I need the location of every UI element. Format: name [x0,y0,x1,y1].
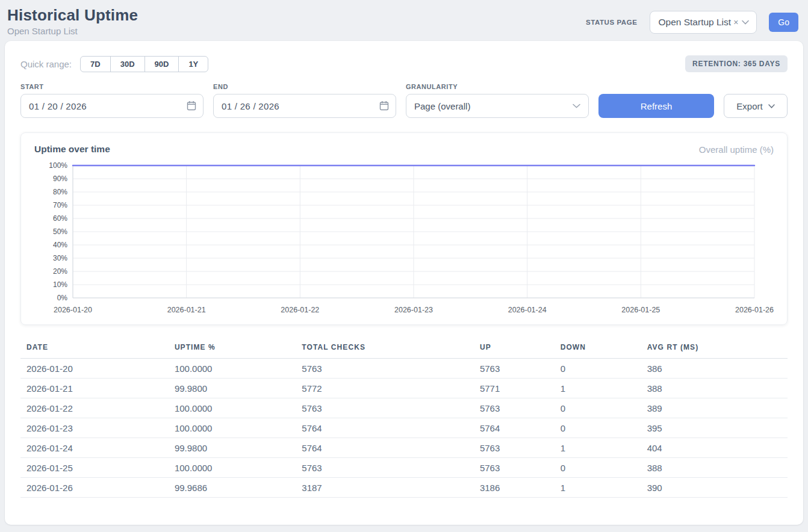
table-body: 2026-01-20100.00005763576303862026-01-21… [20,359,788,498]
uptime-table: DATEUPTIME %TOTAL CHECKSUPDOWNAVG RT (MS… [20,339,788,498]
status-page-select[interactable]: Open Startup List × [650,11,757,34]
table-cell: 100.0000 [169,398,296,418]
svg-text:80%: 80% [53,188,67,196]
filters-fields-row: START END GRANULARITY Page (overall) Ref… [20,83,788,118]
quick-range-group: 7D30D90D1Y [80,56,208,72]
end-date-label: END [213,83,396,90]
granularity-select[interactable]: Page (overall) [406,94,589,118]
clear-selection-icon[interactable]: × [733,17,738,27]
chevron-down-icon [768,104,775,108]
table-cell: 100.0000 [169,418,296,438]
svg-text:100%: 100% [49,161,67,170]
table-cell: 5763 [474,458,555,478]
table-cell: 390 [641,478,788,498]
table-cell: 5763 [296,458,474,478]
column-header: DOWN [555,339,641,359]
svg-text:2026-01-26: 2026-01-26 [735,306,774,314]
table-cell: 0 [555,458,641,478]
start-date-input[interactable] [20,94,204,118]
end-date-input[interactable] [213,94,396,118]
table-cell: 5764 [474,418,555,438]
granularity-selected-value: Page (overall) [414,101,470,111]
table-cell: 404 [641,438,788,458]
table-cell: 100.0000 [169,458,296,478]
export-button-label: Export [736,101,762,111]
svg-text:20%: 20% [53,267,67,276]
chart-header: Uptime over time Overall uptime (%) [34,144,774,155]
table-cell: 5764 [296,438,474,458]
status-page-label: STATUS PAGE [586,19,638,26]
table-row: 2026-01-2199.9800577257711388 [20,379,788,398]
chart-title: Uptime over time [34,144,110,155]
quick-range-button-30d[interactable]: 30D [110,56,145,72]
export-button[interactable]: Export [724,94,788,118]
column-header: AVG RT (MS) [641,339,788,359]
svg-text:2026-01-25: 2026-01-25 [621,306,660,314]
svg-text:90%: 90% [53,175,67,183]
page-heading: Historical Uptime Open Startup List [7,6,138,36]
start-date-field: START [20,83,204,118]
table-cell: 3186 [474,478,555,498]
table-cell: 388 [641,458,788,478]
svg-text:40%: 40% [53,241,67,249]
page-subtitle: Open Startup List [7,26,138,36]
table-row: 2026-01-20100.0000576357630386 [20,359,788,379]
uptime-chart-card: Uptime over time Overall uptime (%) 0%10… [20,132,788,325]
table-cell: 1 [555,379,641,398]
svg-text:70%: 70% [53,201,67,209]
column-header: TOTAL CHECKS [296,339,474,359]
table-cell: 2026-01-22 [20,398,169,418]
table-cell: 3187 [296,478,474,498]
table-cell: 99.9800 [169,379,296,398]
table-cell: 5763 [296,398,474,418]
filters-top-row: Quick range: 7D30D90D1Y RETENTION: 365 D… [20,55,788,72]
table-cell: 1 [555,478,641,498]
table-cell: 0 [555,359,641,379]
quick-range-label: Quick range: [20,59,72,69]
page-title: Historical Uptime [7,6,138,25]
granularity-label: GRANULARITY [406,83,589,90]
table-cell: 2026-01-23 [20,418,169,438]
start-date-label: START [20,83,204,90]
svg-text:2026-01-24: 2026-01-24 [508,306,547,314]
main-card: Quick range: 7D30D90D1Y RETENTION: 365 D… [5,41,803,525]
go-button[interactable]: Go [769,13,798,32]
topbar: Historical Uptime Open Startup List STAT… [0,0,808,41]
table-cell: 0 [555,418,641,438]
table-cell: 386 [641,359,788,379]
table-cell: 0 [555,398,641,418]
granularity-field: GRANULARITY Page (overall) [406,83,589,118]
quick-range: Quick range: 7D30D90D1Y [20,56,208,72]
svg-text:2026-01-20: 2026-01-20 [54,306,92,314]
table-cell: 5763 [474,398,555,418]
column-header: UP [474,339,555,359]
column-header: DATE [20,339,169,359]
quick-range-button-1y[interactable]: 1Y [178,56,208,72]
table-cell: 5763 [296,359,474,379]
table-cell: 2026-01-21 [20,379,169,398]
svg-text:10%: 10% [53,280,67,289]
table-row: 2026-01-2499.9800576457631404 [20,438,788,458]
table-cell: 5764 [296,418,474,438]
table-cell: 395 [641,418,788,438]
svg-text:60%: 60% [53,214,67,223]
retention-badge: RETENTION: 365 DAYS [685,55,788,72]
chevron-down-icon [742,20,749,25]
refresh-button[interactable]: Refresh [598,94,714,118]
svg-text:0%: 0% [57,294,68,302]
uptime-table-wrap: DATEUPTIME %TOTAL CHECKSUPDOWNAVG RT (MS… [20,339,788,498]
quick-range-button-7d[interactable]: 7D [80,56,111,72]
end-date-field: END [213,83,396,118]
table-header-row: DATEUPTIME %TOTAL CHECKSUPDOWNAVG RT (MS… [20,339,788,359]
column-header: UPTIME % [169,339,296,359]
table-cell: 2026-01-24 [20,438,169,458]
svg-text:2026-01-21: 2026-01-21 [167,306,206,314]
table-cell: 5771 [474,379,555,398]
table-cell: 2026-01-26 [20,478,169,498]
status-page-selected-value: Open Startup List [659,17,732,28]
quick-range-button-90d[interactable]: 90D [145,56,179,72]
topbar-right: STATUS PAGE Open Startup List × Go [586,11,798,34]
table-row: 2026-01-22100.0000576357630389 [20,398,788,418]
svg-text:2026-01-23: 2026-01-23 [394,306,433,314]
table-cell: 1 [555,438,641,458]
